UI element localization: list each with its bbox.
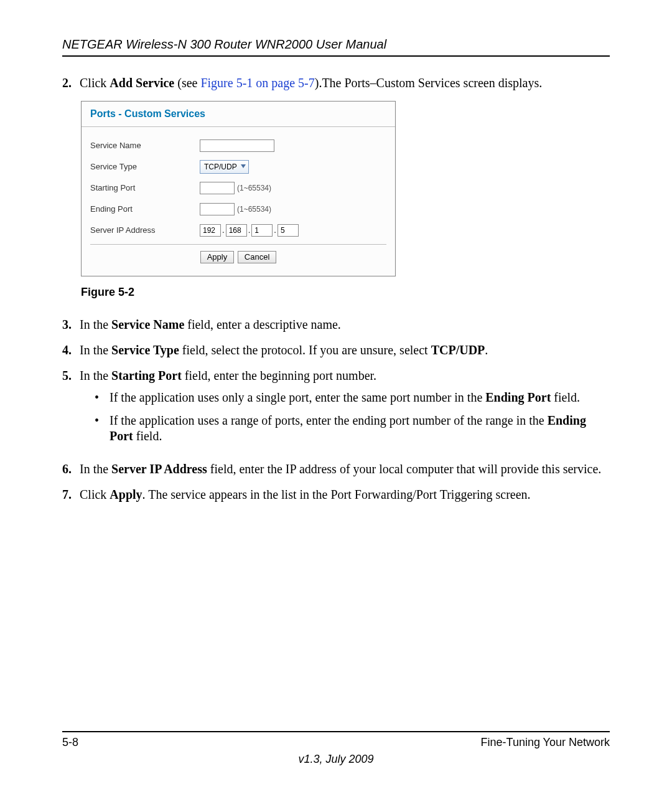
text: field. [133,429,162,443]
label-service-type: Service Type [90,162,200,172]
text: If the application uses a range of ports… [110,413,548,427]
step-body: In the Server IP Address field, enter th… [80,461,610,477]
bold: TCP/UDP [431,343,485,357]
server-ip-group: 192. 168. 1. 5 [200,224,299,237]
bullet-item: • If the application uses a range of por… [95,413,610,444]
section-title: Fine-Tuning Your Network [481,736,610,749]
bold: Server IP Address [111,462,207,476]
label-ending-port: Ending Port [90,204,200,214]
step-number: 6. [62,461,80,477]
cancel-button[interactable]: Cancel [238,251,276,263]
step-2: 2. Click Add Service (see Figure 5-1 on … [62,75,610,91]
ip-octet-4[interactable]: 5 [278,224,299,237]
text: field, select the protocol. If you are u… [179,343,431,357]
step-number: 2. [62,75,80,91]
ip-octet-2[interactable]: 168 [226,224,247,237]
label-starting-port: Starting Port [90,183,200,193]
bullet-icon: • [95,413,110,444]
label-server-ip: Server IP Address [90,225,200,235]
doc-version: v1.3, July 2009 [62,753,610,766]
text: In the [80,343,111,357]
panel-title: Ports - Custom Services [82,101,395,127]
dot-icon: . [273,225,278,235]
bullet-icon: • [95,390,110,405]
step-body: In the Service Name field, enter a descr… [80,317,610,333]
service-type-select[interactable]: TCP/UDP [200,160,249,174]
text: In the [80,318,111,331]
bold: Starting Port [111,369,182,382]
step-body: In the Starting Port field, enter the be… [80,368,610,451]
dot-icon: . [221,225,226,235]
label-service-name: Service Name [90,141,200,151]
figure-caption: Figure 5-2 [81,285,610,300]
port-range-hint: (1~65534) [237,184,271,193]
step-6: 6. In the Server IP Address field, enter… [62,461,610,477]
step-4: 4. In the Service Type field, select the… [62,342,610,358]
step-body: Click Add Service (see Figure 5-1 on pag… [80,75,610,91]
bold: Service Name [111,318,184,331]
text: If the application uses only a single po… [110,390,485,404]
service-name-input[interactable] [200,139,274,152]
step-body: In the Service Type field, select the pr… [80,342,610,358]
ip-octet-3[interactable]: 1 [251,224,273,237]
text: Click [80,76,110,90]
text: . [485,343,488,357]
footer-rule [62,731,610,732]
step-number: 7. [62,487,80,503]
text: field, enter the IP address of your loca… [207,462,602,476]
text: (see [174,76,200,90]
starting-port-input[interactable] [200,182,235,194]
figure-5-2-screenshot: Ports - Custom Services Service Name Ser… [81,101,610,276]
bullet-body: If the application uses only a single po… [110,390,610,405]
step-body: Click Apply. The service appears in the … [80,487,610,503]
ports-custom-services-panel: Ports - Custom Services Service Name Ser… [81,101,396,276]
bold: Apply [110,488,142,501]
bullet-item: • If the application uses only a single … [95,390,610,405]
step-3: 3. In the Service Name field, enter a de… [62,317,610,333]
figure-xref-link[interactable]: Figure 5-1 on page 5-7 [200,76,314,90]
text: field. [551,390,580,404]
text: field, enter the beginning port number. [182,369,376,382]
step-number: 3. [62,317,80,333]
bullet-body: If the application uses a range of ports… [110,413,610,444]
ending-port-input[interactable] [200,203,235,215]
step-5: 5. In the Starting Port field, enter the… [62,368,610,451]
step-7: 7. Click Apply. The service appears in t… [62,487,610,503]
text: Click [80,488,110,501]
page-footer: 5-8 Fine-Tuning Your Network v1.3, July … [62,731,610,766]
text: ).The Ports–Custom Services screen displ… [315,76,543,90]
text: . The service appears in the list in the… [142,488,531,501]
page-content: 2. Click Add Service (see Figure 5-1 on … [62,75,610,719]
ip-octet-1[interactable]: 192 [200,224,221,237]
bold: Service Type [111,343,179,357]
divider [90,244,386,245]
bold: Add Service [110,76,174,90]
text: field, enter a descriptive name. [184,318,341,331]
bold: Ending Port [485,390,551,404]
step-number: 4. [62,342,80,358]
step-number: 5. [62,368,80,451]
page-header: NETGEAR Wireless-N 300 Router WNR2000 Us… [62,37,610,57]
dot-icon: . [247,225,252,235]
text: In the [80,369,111,382]
text: In the [80,462,111,476]
apply-button[interactable]: Apply [200,251,235,263]
page-number: 5-8 [62,736,78,749]
port-range-hint: (1~65534) [237,205,271,214]
